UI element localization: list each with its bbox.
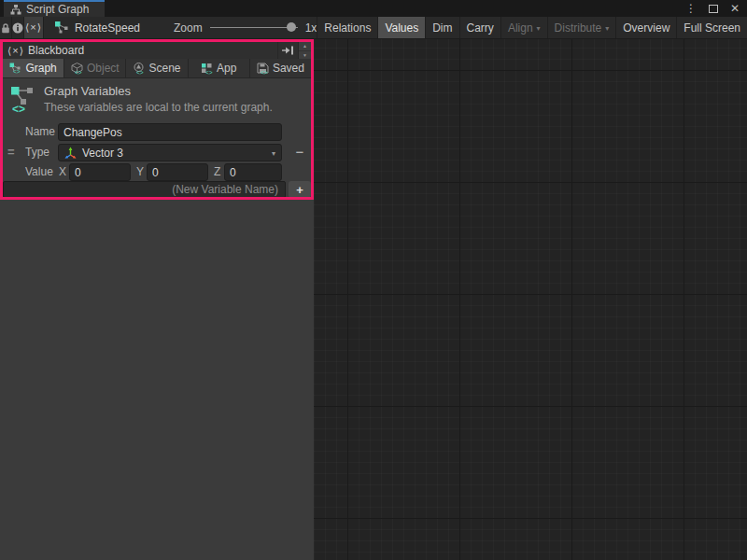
blackboard-header: ⟨×⟩ Blackboard ▲ ▼ [3,42,311,59]
variable-type-row: = Type Vector 3 ▾ − [3,143,311,161]
type-dropdown[interactable]: Vector 3 ▾ [58,144,282,161]
window-menu-icon[interactable]: ⋮ [685,3,697,14]
info-button[interactable] [12,17,24,38]
window-controls: ⋮ ✕ [685,0,740,17]
y-value-input[interactable] [147,163,208,181]
dim-button[interactable]: Dim [425,17,458,38]
type-label: Type [25,146,49,159]
name-label: Name [25,125,55,138]
zoom-control: Zoom 1x [174,17,317,38]
tab-app[interactable]: <> App [189,59,250,77]
blackboard-panel: ⟨×⟩ Blackboard ▲ ▼ <> [0,39,314,560]
breadcrumb-label: RotateSpeed [75,21,140,35]
tab-scene[interactable]: <> Scene [126,59,188,77]
vector3-icon [64,147,77,159]
fullscreen-button[interactable]: Full Screen [676,17,747,38]
svg-text:<>: <> [205,69,213,75]
lock-button[interactable] [0,17,12,38]
chevron-down-icon: ▾ [537,25,541,33]
zoom-slider-handle[interactable] [287,22,296,32]
carry-button[interactable]: Carry [459,17,500,38]
script-graph-icon [10,5,21,15]
saved-tab-icon: <> [257,63,269,75]
section-subtitle: These variables are local to the current… [44,101,273,114]
add-variable-button[interactable]: + [289,181,311,198]
scroll-down-button[interactable]: ▼ [299,51,311,60]
chevron-down-icon: ▾ [272,150,275,158]
script-graph-window: Script Graph ⋮ ✕ [0,0,747,560]
x-value-input[interactable] [69,163,131,181]
scene-tab-icon: <> [133,63,145,75]
variable-name-row: Name [3,122,311,141]
breadcrumb[interactable]: RotateSpeed [55,17,140,38]
tab-script-graph[interactable]: Script Graph [4,0,105,17]
toolbar-right-group: Relations Values Dim Carry Align ▾ Distr… [317,17,747,38]
values-button[interactable]: Values [377,17,425,38]
type-value: Vector 3 [82,147,123,160]
variable-value-row: Value X Y Z [3,162,311,181]
scroll-up-button[interactable]: ▲ [299,42,311,51]
graph-toolbar: ⟨×⟩ RotateSpeed Zoom 1x Relations Values [0,17,747,39]
node-values-toggle[interactable]: ⟨×⟩ [24,17,44,38]
new-variable-row: + [3,181,311,199]
y-axis-label: Y [136,165,144,178]
z-axis-label: Z [214,165,220,178]
dock-panel-button[interactable] [277,42,298,59]
zoom-label: Zoom [174,21,203,35]
svg-text:<>: <> [12,103,25,114]
graph-variables-icon: <> [10,85,35,114]
remove-variable-button[interactable]: − [289,143,310,161]
new-variable-input[interactable] [3,181,286,198]
zoom-slider[interactable] [210,27,298,28]
align-button[interactable]: Align ▾ [500,17,547,38]
window-titlebar: Script Graph ⋮ ✕ [0,0,747,17]
object-tab-icon: <> [71,63,83,75]
drag-handle-icon[interactable]: = [7,145,15,159]
tab-object[interactable]: <> Object [64,59,126,77]
tab-saved[interactable]: <> Saved [250,59,311,77]
graph-canvas[interactable] [314,39,747,560]
close-icon[interactable]: ✕ [730,3,740,14]
z-value-input[interactable] [224,163,282,181]
chevron-down-icon: ▾ [605,25,609,33]
tab-title: Script Graph [26,3,89,16]
graph-variables-section: <> Graph Variables These variables are l… [3,78,311,121]
svg-text:<>: <> [261,69,268,75]
angle-x-icon: ⟨×⟩ [25,21,42,34]
blackboard-tabs: <> Graph <> Object <> Scene [3,59,311,78]
distribute-button[interactable]: Distribute ▾ [547,17,616,38]
app-tab-icon: <> [201,63,213,75]
blackboard-title: Blackboard [28,44,84,57]
info-icon [12,22,23,34]
overview-button[interactable]: Overview [615,17,676,38]
value-label: Value [25,165,53,178]
section-title: Graph Variables [44,84,131,98]
x-axis-label: X [59,165,66,178]
svg-text:<>: <> [136,69,144,75]
panel-scroll-spinner: ▲ ▼ [298,42,311,59]
svg-text:<>: <> [75,69,82,75]
graph-tab-icon: <> [9,63,21,74]
lock-icon [0,22,11,34]
svg-text:<>: <> [13,68,21,74]
variable-name-input[interactable] [58,123,282,141]
maximize-icon[interactable] [709,5,718,13]
graph-node-icon [55,21,68,34]
tab-graph[interactable]: <> Graph [3,59,64,77]
relations-button[interactable]: Relations [317,17,377,38]
dock-icon [282,46,294,55]
zoom-value: 1x [305,21,317,35]
blackboard-icon: ⟨×⟩ [7,45,24,57]
